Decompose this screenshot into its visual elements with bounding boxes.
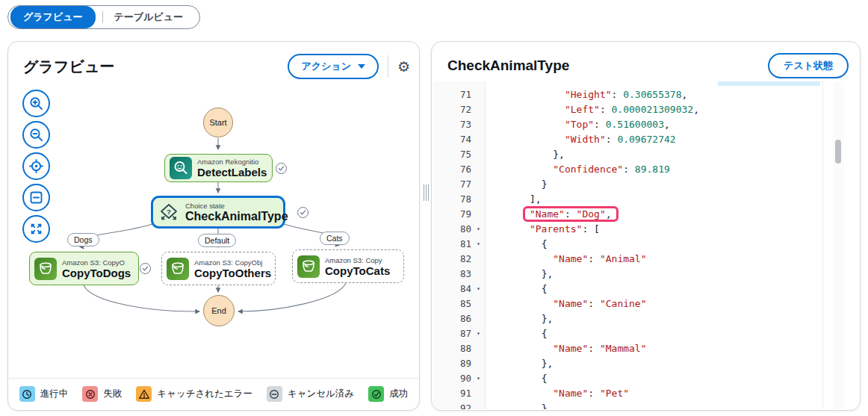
node-copy-to-dogs[interactable]: Amazon S3: CopyO CopyToDogs	[29, 252, 139, 285]
line-number: 76	[433, 162, 471, 177]
fold-spacer	[471, 192, 486, 207]
node-name-label: DetectLabels	[197, 166, 267, 178]
node-service-label: Choice state	[185, 202, 288, 210]
code-text: "Name": "Canine"	[486, 297, 647, 311]
line-number: 71	[433, 87, 471, 102]
fold-spacer	[471, 117, 486, 132]
fold-toggle-icon[interactable]: ▾	[471, 371, 486, 386]
tab-table-view[interactable]: テーブルビュー	[110, 10, 188, 24]
code-text: {	[486, 371, 547, 386]
node-copy-to-cats[interactable]: Amazon S3: Copy CopyToCats	[292, 249, 404, 283]
code-line-88: 88 "Name": "Mammal"	[433, 341, 859, 356]
line-number: 85	[433, 297, 471, 311]
graph-panel: グラフビュー アクション ⚙	[7, 41, 420, 411]
code-text: "Height": 0.30655378,	[486, 87, 687, 102]
node-check-animal-type[interactable]: ? Choice state CheckAnimalType	[151, 196, 285, 229]
fold-toggle-icon[interactable]: ▾	[471, 326, 486, 341]
line-number: 92	[433, 401, 471, 409]
end-label: End	[211, 306, 226, 315]
node-detect-labels[interactable]: Amazon Rekognitio DetectLabels	[164, 154, 273, 182]
fold-spacer	[471, 132, 486, 147]
code-text: {	[486, 237, 547, 252]
node-service-label: Amazon S3: Copy	[325, 256, 390, 264]
line-number: 78	[433, 192, 471, 207]
fullscreen-button[interactable]	[22, 215, 50, 243]
node-copy-to-others[interactable]: Amazon S3: CopyObj CopyToOthers	[161, 252, 276, 285]
code-text: "Top": 0.51600003,	[486, 117, 670, 132]
highlighted-token-box: "Name": "Dog",	[523, 206, 619, 222]
edge-label-default: Default	[198, 234, 236, 247]
fold-spacer	[471, 401, 486, 409]
code-text: "Left": 0.000021309032,	[486, 102, 699, 117]
code-text: "Name": "Animal"	[486, 252, 647, 267]
box-minus-icon	[28, 190, 44, 205]
fold-toggle-icon[interactable]: ▾	[471, 222, 486, 237]
success-check-icon	[140, 263, 151, 274]
code-line-72: 72 "Left": 0.000021309032,	[433, 102, 859, 117]
node-name-label: CheckAnimalType	[185, 210, 288, 223]
zoom-in-icon	[28, 96, 44, 111]
zoom-in-button[interactable]	[22, 90, 50, 117]
code-text: "Name": "Dog",	[486, 207, 619, 222]
node-service-label: Amazon S3: CopyO	[62, 258, 131, 267]
code-text: },	[486, 267, 553, 282]
code-line-86: 86 },	[433, 311, 859, 326]
node-start[interactable]: Start	[203, 108, 233, 137]
test-state-button[interactable]: テスト状態	[768, 53, 849, 78]
zoom-out-button[interactable]	[22, 121, 50, 149]
line-number: 73	[433, 117, 471, 132]
code-text: "Name": "Mammal"	[486, 341, 647, 356]
fold-spacer	[471, 207, 486, 222]
center-graph-button[interactable]	[22, 152, 50, 180]
success-check-icon	[297, 207, 309, 218]
panel-resize-handle[interactable]	[424, 184, 429, 201]
fold-spacer	[471, 252, 486, 267]
code-text: }	[486, 177, 547, 192]
success-check-icon	[276, 163, 287, 174]
line-number: 82	[433, 252, 471, 267]
detail-header: CheckAnimalType テスト状態	[447, 53, 849, 78]
fold-toggle-icon[interactable]: ▾	[471, 237, 486, 252]
json-output-viewer[interactable]: 71 "Height": 0.30655378,72 "Left": 0.000…	[433, 81, 859, 409]
tab-graph-view[interactable]: グラフビュー	[10, 6, 96, 28]
line-number: 72	[433, 102, 471, 117]
code-text: },	[486, 147, 565, 162]
scrollbar-thumb[interactable]	[835, 140, 841, 164]
choice-state-icon: ?	[158, 201, 180, 223]
code-line-81: 81▾ {	[433, 237, 859, 252]
node-name-label: CopyToCats	[325, 264, 390, 277]
line-number: 91	[433, 386, 471, 401]
code-text: "Parents": [	[486, 222, 600, 237]
fit-view-button[interactable]	[22, 184, 50, 211]
line-number: 80	[433, 222, 471, 237]
line-number: 83	[433, 267, 471, 282]
clipped-line-70	[433, 81, 859, 87]
edge-label-dogs: Dogs	[67, 233, 99, 246]
fold-spacer	[471, 356, 486, 371]
code-text: },	[486, 311, 553, 326]
crosshair-icon	[28, 158, 44, 174]
zoom-controls	[22, 90, 50, 243]
line-number: 90	[433, 371, 471, 386]
state-detail-panel: CheckAnimalType テスト状態 71 "Height": 0.306…	[431, 41, 861, 411]
toggle-divider	[102, 11, 103, 23]
line-number: 75	[433, 147, 471, 162]
code-text: },	[486, 356, 553, 371]
code-line-73: 73 "Top": 0.51600003,	[433, 117, 859, 132]
svg-text:?: ?	[167, 208, 171, 216]
code-text: {	[486, 326, 547, 341]
line-number: 88	[433, 341, 471, 356]
edge-label-cats: Cats	[320, 232, 350, 245]
fold-spacer	[471, 311, 486, 326]
node-service-label: Amazon Rekognitio	[197, 158, 267, 166]
line-number: 81	[433, 237, 471, 252]
fold-toggle-icon[interactable]: ▾	[471, 282, 486, 297]
line-number: 84	[433, 282, 471, 297]
code-line-89: 89 },	[433, 356, 859, 371]
s3-bucket-icon	[34, 258, 57, 280]
start-label: Start	[209, 118, 226, 127]
code-line-92: 92 }	[433, 401, 859, 409]
line-number: 87	[433, 326, 471, 341]
node-end[interactable]: End	[203, 295, 235, 326]
code-text: "Confidence": 89.819	[486, 162, 670, 177]
